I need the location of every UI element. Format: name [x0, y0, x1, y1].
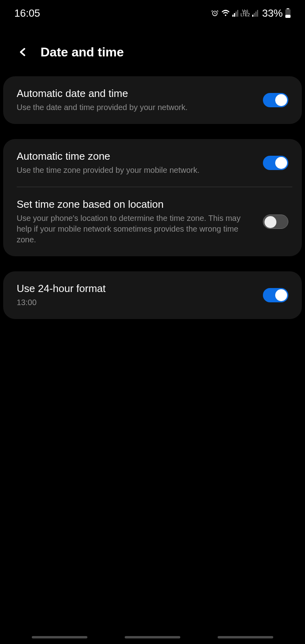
setting-auto-timezone[interactable]: Automatic time zone Use the time zone pr…	[3, 139, 302, 187]
status-bar: 16:05 Vo)LTE2 33%	[0, 0, 305, 24]
battery-icon	[285, 8, 291, 18]
status-time: 16:05	[14, 7, 40, 19]
signal-sim2-icon	[252, 10, 258, 17]
svg-rect-3	[285, 15, 290, 18]
nav-back[interactable]	[218, 636, 273, 638]
setting-auto-datetime[interactable]: Automatic date and time Use the date and…	[3, 76, 302, 124]
toggle-24hour[interactable]	[263, 288, 288, 302]
setting-desc: Use the date and time provided by your n…	[17, 102, 255, 113]
setting-text: Use 24-hour format 13:00	[17, 282, 255, 308]
card-24hour: Use 24-hour format 13:00	[3, 271, 302, 319]
wifi-icon	[221, 10, 230, 17]
setting-title: Use 24-hour format	[17, 282, 255, 295]
back-button[interactable]	[16, 44, 30, 60]
setting-text: Automatic date and time Use the date and…	[17, 87, 255, 113]
signal-sim1-icon	[232, 10, 238, 17]
toggle-auto-datetime[interactable]	[263, 93, 288, 107]
toggle-tz-location[interactable]	[263, 215, 288, 229]
setting-desc: 13:00	[17, 297, 255, 308]
volte-icon: Vo)LTE2	[241, 10, 250, 17]
status-right: Vo)LTE2 33%	[211, 7, 291, 19]
svg-rect-1	[287, 8, 290, 9]
setting-tz-location[interactable]: Set time zone based on location Use your…	[3, 187, 302, 256]
battery-percent: 33%	[262, 7, 283, 19]
alarm-icon	[211, 9, 219, 17]
setting-title: Set time zone based on location	[17, 198, 255, 211]
setting-title: Automatic time zone	[17, 150, 255, 162]
setting-text: Set time zone based on location Use your…	[17, 198, 255, 245]
setting-text: Automatic time zone Use the time zone pr…	[17, 150, 255, 176]
toggle-auto-timezone[interactable]	[263, 156, 288, 170]
nav-recents[interactable]	[32, 636, 87, 638]
card-timezone: Automatic time zone Use the time zone pr…	[3, 139, 302, 256]
card-auto-datetime: Automatic date and time Use the date and…	[3, 76, 302, 124]
chevron-left-icon	[17, 45, 29, 59]
nav-home[interactable]	[125, 636, 180, 638]
setting-24hour[interactable]: Use 24-hour format 13:00	[3, 271, 302, 319]
page-title: Date and time	[41, 45, 124, 60]
setting-title: Automatic date and time	[17, 87, 255, 100]
setting-desc: Use the time zone provided by your mobil…	[17, 165, 255, 176]
setting-desc: Use your phone's location to determine t…	[17, 213, 255, 245]
header: Date and time	[0, 24, 305, 76]
navigation-bar	[0, 636, 305, 638]
